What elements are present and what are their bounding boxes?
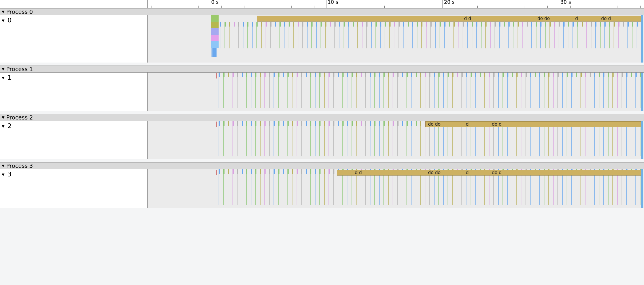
event-strip xyxy=(292,121,293,126)
playhead-cursor[interactable] xyxy=(641,73,643,111)
process-header-label: Process 1 xyxy=(6,66,33,72)
playhead-cursor[interactable] xyxy=(641,121,643,159)
span-bar[interactable]: do doddo d xyxy=(425,121,641,127)
playhead-cursor[interactable] xyxy=(641,169,643,208)
event-strip xyxy=(310,73,311,108)
thread-label: 0 xyxy=(7,17,12,24)
event-strip xyxy=(251,73,252,77)
event-strip xyxy=(365,73,366,77)
event-strip xyxy=(466,73,467,77)
event-strip xyxy=(315,121,316,126)
event-strip xyxy=(420,121,421,126)
event-strip xyxy=(260,121,261,156)
event-strip xyxy=(366,22,367,27)
event-strip xyxy=(264,169,266,174)
event-strip xyxy=(264,121,265,156)
thread-gutter[interactable]: ▼0 xyxy=(0,15,148,63)
timeline-track[interactable]: d ddo doddo d xyxy=(148,15,644,63)
event-strip xyxy=(563,22,565,27)
event-strip xyxy=(310,169,311,174)
process-header[interactable]: ▼Process 0 xyxy=(0,8,644,15)
event-strip xyxy=(512,73,512,108)
event-strip xyxy=(255,73,256,77)
event-strip xyxy=(352,73,353,77)
thread-gutter[interactable]: ▼1 xyxy=(0,73,148,111)
collapse-icon: ▼ xyxy=(2,67,4,71)
process-header-label: Process 3 xyxy=(6,163,33,169)
event-strip xyxy=(420,121,421,156)
process-header[interactable]: ▼Process 2 xyxy=(0,114,644,121)
event-strip xyxy=(544,73,545,77)
event-strip xyxy=(292,169,292,205)
event-block[interactable] xyxy=(211,15,219,22)
event-strip xyxy=(457,73,457,108)
event-strip xyxy=(333,73,334,77)
event-strip xyxy=(577,22,578,27)
event-strip xyxy=(352,73,352,108)
event-strip xyxy=(480,73,481,77)
event-strip xyxy=(269,169,270,174)
event-strip xyxy=(333,73,334,108)
process-header[interactable]: ▼Process 1 xyxy=(0,65,644,73)
event-strip xyxy=(269,169,270,205)
event-strip xyxy=(328,73,329,108)
event-strip xyxy=(595,22,596,27)
event-strip xyxy=(315,73,316,108)
collapse-icon: ▼ xyxy=(2,19,4,23)
event-strip xyxy=(521,73,522,77)
event-strip xyxy=(242,121,242,156)
event-strip xyxy=(379,73,380,77)
event-strip xyxy=(242,169,242,205)
event-block[interactable] xyxy=(211,35,219,41)
event-strip xyxy=(283,73,283,108)
event-strip xyxy=(627,22,629,27)
thread-gutter[interactable]: ▼2 xyxy=(0,121,148,159)
event-strip xyxy=(475,73,476,108)
event-strip xyxy=(342,121,344,126)
thread-gutter[interactable]: ▼3 xyxy=(0,169,148,208)
timeline-track[interactable] xyxy=(148,73,644,111)
event-strip xyxy=(443,73,444,108)
span-label: d d xyxy=(355,170,362,175)
event-strip xyxy=(328,121,330,126)
span-label: do do xyxy=(428,170,440,175)
event-strip xyxy=(614,22,615,27)
event-strip xyxy=(310,73,311,77)
event-strip xyxy=(568,22,569,27)
timeline-track[interactable]: d ddo doddo d xyxy=(148,169,644,208)
ruler-minor-tick xyxy=(547,6,548,8)
event-strip xyxy=(301,121,302,126)
event-strip xyxy=(580,73,582,77)
event-strip xyxy=(608,73,609,77)
event-block[interactable] xyxy=(211,41,219,48)
collapse-icon: ▼ xyxy=(2,115,4,119)
event-block[interactable] xyxy=(211,22,219,28)
event-strip xyxy=(420,73,421,77)
event-strip xyxy=(234,22,235,27)
event-strip xyxy=(626,73,627,77)
event-strip xyxy=(498,73,499,77)
time-ruler[interactable]: 0 s10 s20 s30 s xyxy=(148,0,644,8)
event-strip xyxy=(539,73,540,77)
event-strip xyxy=(356,121,357,126)
event-strip xyxy=(374,121,375,156)
event-strip xyxy=(626,73,627,108)
playhead-cursor[interactable] xyxy=(641,15,643,63)
timeline-track[interactable]: do doddo d xyxy=(148,121,644,159)
process-header[interactable]: ▼Process 3 xyxy=(0,162,644,169)
event-strip xyxy=(452,73,453,108)
span-bar[interactable]: d ddo doddo d xyxy=(257,16,641,22)
event-strip xyxy=(406,73,407,108)
event-strip xyxy=(489,73,489,108)
event-strip xyxy=(338,121,339,126)
event-strip xyxy=(301,73,302,108)
event-strip xyxy=(255,121,256,156)
event-strip xyxy=(383,121,385,126)
event-strip xyxy=(548,73,549,108)
event-strip xyxy=(402,73,402,108)
ruler-major-tick: 10 s xyxy=(326,0,338,8)
event-block[interactable] xyxy=(211,28,219,35)
event-strip xyxy=(338,121,338,156)
span-bar[interactable]: d ddo doddo d xyxy=(337,170,641,176)
event-strip xyxy=(388,121,389,156)
